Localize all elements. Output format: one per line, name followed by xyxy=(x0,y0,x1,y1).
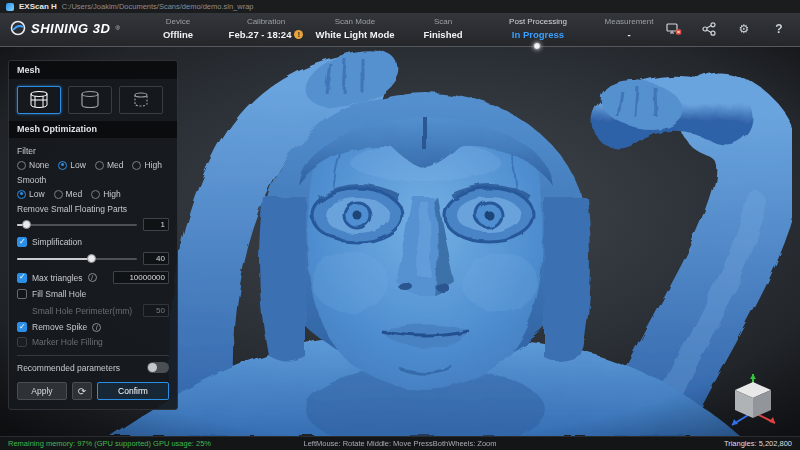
mesh-cylinder-icon xyxy=(78,90,102,110)
simplification-checkbox[interactable] xyxy=(17,237,27,247)
nav-icon-group: ⚙ ? xyxy=(665,21,788,37)
simplification-slider[interactable] xyxy=(17,254,137,263)
small-hole-perimeter-row: Small Hole Perimeter(mm) xyxy=(17,304,169,317)
radio-icon xyxy=(17,161,26,170)
share-icon[interactable] xyxy=(700,21,718,37)
radio-selected-icon xyxy=(17,190,26,199)
settings-gear-icon[interactable]: ⚙ xyxy=(735,21,753,37)
radio-selected-icon xyxy=(58,161,67,170)
remove-floating-row xyxy=(17,218,169,231)
step-value: - xyxy=(596,29,662,40)
step-value: Feb.27 - 18:24 ! xyxy=(220,29,312,40)
small-hole-perimeter-label: Small Hole Perimeter(mm) xyxy=(32,306,132,316)
reset-refresh-button[interactable]: ⟳ xyxy=(72,382,92,400)
marker-hole-filling-label: Marker Hole Filling xyxy=(32,337,103,347)
recommended-parameters-toggle[interactable] xyxy=(147,362,169,373)
radio-label: None xyxy=(29,160,49,170)
apply-button[interactable]: Apply xyxy=(17,382,67,400)
simplification-value-input[interactable] xyxy=(143,252,169,265)
fill-small-hole-label: Fill Small Hole xyxy=(32,289,86,299)
slider-track xyxy=(17,224,137,227)
nav-step-calibration[interactable]: Calibration Feb.27 - 18:24 ! xyxy=(220,17,312,40)
filter-option-low[interactable]: Low xyxy=(58,160,86,170)
step-value: Offline xyxy=(146,29,210,40)
remove-spike-checkbox[interactable] xyxy=(17,322,27,332)
help-icon[interactable]: ? xyxy=(770,21,788,37)
nav-step-device[interactable]: Device Offline xyxy=(146,17,210,40)
step-label: Calibration xyxy=(220,17,312,26)
marker-hole-filling-checkbox[interactable] xyxy=(17,337,27,347)
brand-reg-mark: ® xyxy=(115,25,119,31)
remove-spike-row: Remove Spike i xyxy=(17,322,169,332)
fill-small-hole-row: Fill Small Hole xyxy=(17,289,169,299)
mesh-type-buttons xyxy=(9,79,177,121)
nav-step-scan[interactable]: Scan Finished xyxy=(408,17,478,40)
radio-icon xyxy=(91,190,100,199)
app-icon xyxy=(6,3,14,11)
radio-label: High xyxy=(144,160,161,170)
step-value: White Light Mode xyxy=(306,29,404,40)
confirm-button[interactable]: Confirm xyxy=(97,382,169,400)
mesh-cylinder-grid-icon xyxy=(27,90,51,110)
step-label: Scan Mode xyxy=(306,17,404,26)
fill-small-hole-checkbox[interactable] xyxy=(17,289,27,299)
nav-step-post-processing[interactable]: Post Processing In Progress xyxy=(486,17,590,40)
filter-option-high[interactable]: High xyxy=(132,160,161,170)
orientation-cube[interactable] xyxy=(724,370,782,428)
brand-name: SHINING 3D xyxy=(31,21,110,36)
remove-spike-label: Remove Spike xyxy=(32,322,87,332)
active-stage-indicator-dot xyxy=(533,42,541,50)
step-label: Measurement xyxy=(596,17,662,26)
small-hole-perimeter-input[interactable] xyxy=(143,304,169,317)
remove-floating-slider[interactable] xyxy=(17,220,137,229)
project-file-path: C:/Users/Joakim/Documents/Scans/demo/dem… xyxy=(62,2,254,11)
max-triangles-row: Max triangles i xyxy=(17,271,169,284)
memory-status-text: Remaining memory: 97% (GPU supported) GP… xyxy=(8,439,211,448)
title-bar: EXScan H C:/Users/Joakim/Documents/Scans… xyxy=(0,0,800,13)
radio-icon xyxy=(95,161,104,170)
mesh-type-pointcloud-button[interactable] xyxy=(119,86,163,114)
mesh-optimization-header: Mesh Optimization xyxy=(9,121,177,138)
radio-label: Med xyxy=(107,160,124,170)
smooth-label: Smooth xyxy=(17,175,169,185)
mesh-type-watertight-button[interactable] xyxy=(17,86,61,114)
max-triangles-label: Max triangles xyxy=(32,273,83,283)
marker-hole-filling-row: Marker Hole Filling xyxy=(17,337,169,347)
mesh-optimization-body: Filter None Low Med High xyxy=(9,138,177,409)
toggle-knob xyxy=(148,363,157,372)
calibration-warning-icon: ! xyxy=(294,30,303,39)
nav-step-measurement[interactable]: Measurement - xyxy=(596,17,662,40)
step-value: Finished xyxy=(408,29,478,40)
remove-floating-value-input[interactable] xyxy=(143,218,169,231)
step-label: Post Processing xyxy=(486,17,590,26)
radio-label: Low xyxy=(29,189,45,199)
recommended-parameters-label: Recommended parameters xyxy=(17,363,120,373)
simplification-label: Simplification xyxy=(32,237,82,247)
slider-fill xyxy=(17,258,91,261)
filter-option-none[interactable]: None xyxy=(17,160,49,170)
device-status-icon[interactable] xyxy=(665,21,683,37)
slider-handle[interactable] xyxy=(87,254,96,263)
shining3d-logo-icon xyxy=(10,20,26,36)
max-triangles-info-icon[interactable]: i xyxy=(88,273,97,282)
slider-handle[interactable] xyxy=(22,220,31,229)
calibration-date: Feb.27 - 18:24 xyxy=(229,29,292,40)
mesh-panel: Mesh Mesh Optimization xyxy=(8,60,178,410)
remove-spike-info-icon[interactable]: i xyxy=(92,323,101,332)
triangle-count-text: Triangles: 5,202,800 xyxy=(724,439,792,448)
filter-option-med[interactable]: Med xyxy=(95,160,124,170)
exscan-app-window: EXScan H C:/Users/Joakim/Documents/Scans… xyxy=(0,0,800,450)
mouse-hints-text: LeftMouse: Rotate Middle: Move PressBoth… xyxy=(303,439,496,448)
smooth-option-high[interactable]: High xyxy=(91,189,120,199)
max-triangles-checkbox[interactable] xyxy=(17,273,27,283)
mesh-cylinder-points-icon xyxy=(129,90,153,110)
smooth-option-med[interactable]: Med xyxy=(54,189,83,199)
nav-step-scan-mode[interactable]: Scan Mode White Light Mode xyxy=(306,17,404,40)
max-triangles-value-input[interactable] xyxy=(113,271,169,284)
mesh-type-unwatertight-button[interactable] xyxy=(68,86,112,114)
remove-floating-label: Remove Small Floating Parts xyxy=(17,204,169,214)
radio-icon xyxy=(54,190,63,199)
mesh-panel-title: Mesh xyxy=(9,61,177,79)
smooth-option-low[interactable]: Low xyxy=(17,189,45,199)
top-nav-bar: SHINING 3D ® Device Offline Calibration … xyxy=(0,13,800,47)
